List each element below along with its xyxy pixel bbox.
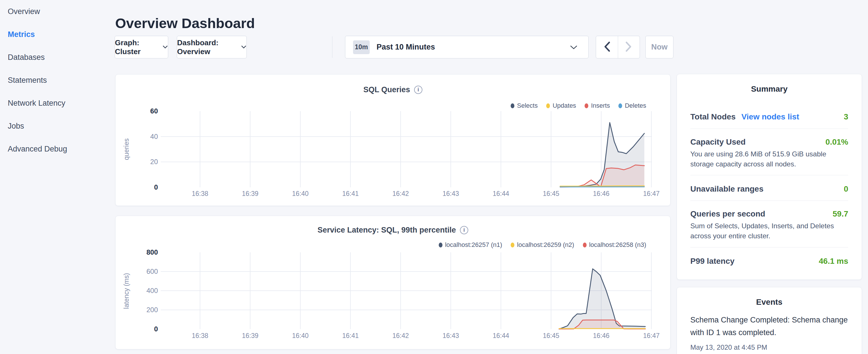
time-range-badge: 10m — [353, 40, 370, 54]
summary-value: 0.01% — [826, 137, 848, 148]
divider — [690, 247, 848, 248]
graph-dropdown-label: Graph: Cluster — [115, 38, 159, 56]
page-title: Overview Dashboard — [115, 15, 255, 31]
svg-text:16:38: 16:38 — [192, 190, 208, 197]
svg-text:16:43: 16:43 — [442, 332, 459, 340]
chevron-down-icon — [570, 45, 578, 51]
svg-text:16:44: 16:44 — [493, 190, 509, 197]
event-item-timestamp: May 13, 2020 at 4:45 PM — [690, 344, 850, 351]
chevron-right-icon — [626, 41, 632, 53]
svg-text:16:47: 16:47 — [643, 332, 660, 340]
svg-text:16:43: 16:43 — [442, 190, 459, 197]
svg-text:16:45: 16:45 — [543, 190, 559, 197]
svg-text:16:38: 16:38 — [192, 332, 208, 340]
summary-row-capacity: Capacity Used 0.01% — [690, 137, 848, 148]
summary-value: 0 — [844, 184, 848, 194]
svg-text:16:39: 16:39 — [242, 332, 258, 340]
svg-text:16:44: 16:44 — [493, 332, 509, 340]
summary-title: Summary — [677, 85, 862, 94]
summary-row-qps: Queries per second 59.7 — [690, 208, 848, 219]
svg-text:16:39: 16:39 — [242, 190, 258, 197]
chevron-down-icon — [241, 45, 246, 50]
svg-text:16:42: 16:42 — [392, 332, 409, 340]
graph-dropdown[interactable]: Graph: Cluster — [115, 36, 168, 58]
svg-text:16:40: 16:40 — [292, 190, 309, 197]
sidebar-item-advanced-debug[interactable]: Advanced Debug — [0, 137, 115, 160]
svg-text:400: 400 — [147, 287, 158, 294]
events-title: Events — [677, 297, 862, 307]
svg-text:16:42: 16:42 — [392, 190, 409, 197]
summary-row-total-nodes: Total NodesView nodes list 3 — [690, 111, 848, 122]
summary-value: 59.7 — [833, 208, 848, 219]
summary-row-p99-latency: P99 latency 46.1 ms — [690, 256, 848, 267]
sql-queries-card: SQL Queries i SelectsUpdatesInsertsDelet… — [115, 74, 671, 206]
summary-subtext: You are using 28.6 MiB of 515.9 GiB usab… — [690, 149, 850, 169]
svg-text:16:41: 16:41 — [342, 332, 359, 340]
time-range-label: Past 10 Minutes — [376, 43, 435, 52]
time-forward-button[interactable] — [618, 36, 640, 58]
divider — [690, 200, 848, 201]
divider — [690, 129, 848, 129]
summary-label: P99 latency — [690, 257, 735, 265]
sidebar-item-statements[interactable]: Statements — [0, 69, 115, 92]
svg-text:0: 0 — [154, 183, 158, 191]
summary-label: Unavailable ranges — [690, 185, 764, 193]
service-latency-card: Service Latency: SQL, 99th percentile i … — [115, 216, 671, 349]
time-step-buttons — [596, 36, 640, 58]
svg-text:60: 60 — [150, 107, 158, 115]
svg-text:16:45: 16:45 — [543, 332, 559, 340]
dashboard-dropdown[interactable]: Dashboard: Overview — [177, 36, 247, 58]
svg-text:latency (ms): latency (ms) — [123, 273, 130, 309]
sidebar-item-databases[interactable]: Databases — [0, 46, 115, 69]
summary-label: Capacity Used — [690, 137, 746, 147]
chevron-left-icon — [604, 41, 610, 53]
sidebar-item-network-latency[interactable]: Network Latency — [0, 92, 115, 115]
summary-panel: Summary Total NodesView nodes list 3 Cap… — [677, 74, 862, 280]
svg-text:16:40: 16:40 — [292, 332, 309, 340]
svg-text:16:47: 16:47 — [643, 190, 660, 197]
svg-text:600: 600 — [147, 267, 158, 275]
view-nodes-list-link[interactable]: View nodes list — [741, 112, 799, 121]
sidebar: OverviewMetricsDatabasesStatementsNetwor… — [0, 0, 115, 160]
sidebar-item-jobs[interactable]: Jobs — [0, 115, 115, 137]
svg-text:queries: queries — [123, 138, 130, 160]
svg-text:16:41: 16:41 — [342, 190, 359, 197]
time-back-button[interactable] — [596, 36, 618, 58]
svg-text:16:46: 16:46 — [593, 332, 610, 340]
svg-text:200: 200 — [147, 306, 158, 314]
svg-text:40: 40 — [150, 133, 158, 140]
event-item-text: Schema Change Completed: Schema change w… — [690, 314, 850, 339]
now-button[interactable]: Now — [645, 36, 674, 58]
events-panel: Events Schema Change Completed: Schema c… — [677, 287, 862, 354]
dashboard-dropdown-label: Dashboard: Overview — [177, 38, 237, 56]
summary-label: Total Nodes — [690, 112, 736, 121]
svg-text:0: 0 — [154, 325, 158, 333]
time-range-selector[interactable]: 10m Past 10 Minutes — [345, 36, 589, 58]
summary-label: Queries per second — [690, 210, 765, 218]
sidebar-item-overview[interactable]: Overview — [0, 0, 115, 23]
svg-text:800: 800 — [147, 248, 158, 256]
summary-subtext: Sum of Selects, Updates, Inserts, and De… — [690, 221, 850, 241]
controls-divider — [332, 36, 333, 58]
chevron-down-icon — [162, 45, 168, 50]
sidebar-item-metrics[interactable]: Metrics — [0, 23, 115, 46]
summary-value: 46.1 ms — [819, 256, 848, 267]
svg-text:16:46: 16:46 — [593, 190, 610, 197]
summary-row-unavailable-ranges: Unavailable ranges 0 — [690, 184, 848, 194]
summary-value: 3 — [844, 111, 848, 122]
sql-queries-chart[interactable]: 16:3816:3916:4016:4116:4216:4316:4416:45… — [116, 74, 671, 206]
svg-text:20: 20 — [150, 158, 158, 165]
service-latency-chart[interactable]: 16:3816:3916:4016:4116:4216:4316:4416:45… — [116, 216, 671, 350]
